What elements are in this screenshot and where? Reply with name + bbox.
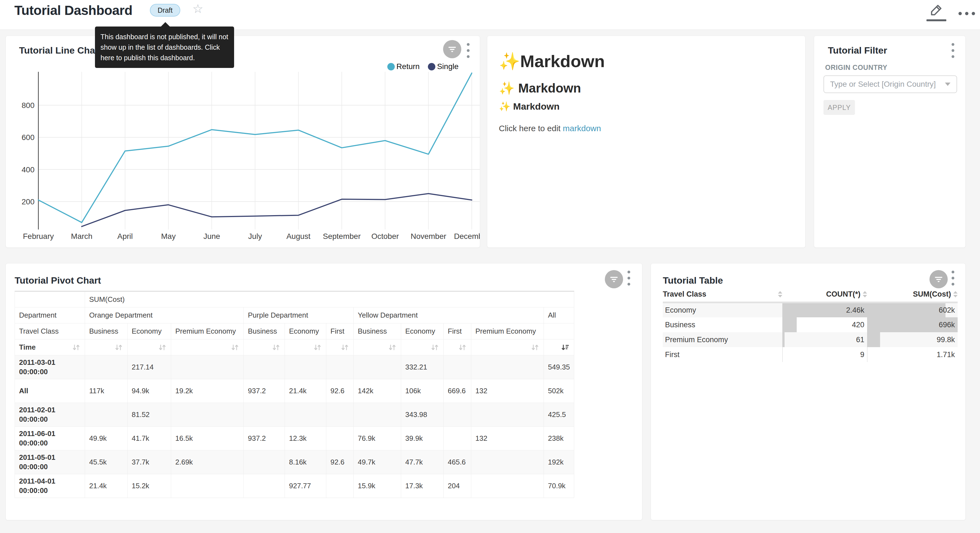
pivot-col-header[interactable]: First — [326, 323, 354, 340]
sort-icon[interactable] — [158, 343, 167, 351]
markdown-link[interactable]: markdown — [563, 124, 601, 133]
pivot-time-header[interactable]: Time — [15, 340, 85, 356]
markdown-card[interactable]: ✨Markdown ✨ Markdown ✨ Markdown Click he… — [487, 36, 805, 248]
pivot-sort-cell[interactable] — [354, 340, 401, 356]
pivot-value-cell[interactable] — [85, 356, 127, 379]
pivot-value-cell[interactable]: 192k — [544, 450, 574, 474]
pivot-col-header[interactable]: Business — [85, 323, 127, 340]
pivot-sort-cell[interactable] — [171, 340, 244, 356]
pivot-value-cell[interactable] — [444, 403, 471, 427]
pivot-value-cell[interactable] — [244, 450, 285, 474]
pivot-value-cell[interactable] — [171, 356, 244, 379]
pivot-cross-filter-icon[interactable] — [605, 270, 623, 288]
pivot-col-header[interactable] — [544, 323, 574, 340]
sort-icon[interactable] — [114, 343, 123, 351]
pivot-value-cell[interactable]: 332.21 — [401, 356, 444, 379]
line-chart[interactable]: 200400600800FebruaryMarchAprilMayJuneJul… — [6, 36, 480, 248]
pivot-value-cell[interactable] — [444, 427, 471, 450]
pivot-value-cell[interactable] — [471, 450, 544, 474]
sort-icon[interactable] — [388, 343, 397, 351]
pivot-sort-cell[interactable] — [244, 340, 285, 356]
col-header-count[interactable]: COUNT(*) — [782, 287, 867, 302]
pivot-value-cell[interactable]: 17.3k — [401, 474, 444, 498]
sort-icon[interactable] — [272, 343, 280, 351]
sort-icon[interactable] — [531, 343, 539, 351]
pivot-value-cell[interactable]: 217.14 — [127, 356, 171, 379]
pivot-value-cell[interactable] — [326, 427, 354, 450]
pivot-value-cell[interactable]: 132 — [471, 379, 544, 403]
pivot-value-cell[interactable]: 106k — [401, 379, 444, 403]
pivot-value-cell[interactable]: 41.7k — [127, 427, 171, 450]
pivot-value-cell[interactable] — [354, 356, 401, 379]
pivot-value-cell[interactable]: 343.98 — [401, 403, 444, 427]
pivot-value-cell[interactable]: 142k — [354, 379, 401, 403]
pivot-col-header[interactable]: Economy — [401, 323, 444, 340]
table-row[interactable]: Economy2.46k602k — [663, 302, 958, 317]
pivot-value-cell[interactable] — [85, 403, 127, 427]
sort-icon[interactable] — [313, 343, 322, 351]
pivot-value-cell[interactable]: 49.9k — [85, 427, 127, 450]
pivot-value-cell[interactable]: 19.2k — [171, 379, 244, 403]
pivot-col-header[interactable]: First — [444, 323, 471, 340]
pivot-value-cell[interactable]: 70.9k — [544, 474, 574, 498]
publish-tooltip[interactable]: This dashboard is not published, it will… — [95, 27, 234, 68]
pivot-value-cell[interactable] — [471, 356, 544, 379]
pivot-col-header[interactable]: Business — [354, 323, 401, 340]
star-icon[interactable]: ☆ — [192, 2, 203, 16]
pivot-value-cell[interactable]: 117k — [85, 379, 127, 403]
pivot-value-cell[interactable] — [471, 403, 544, 427]
table-row[interactable]: First91.71k — [663, 347, 958, 362]
pivot-value-cell[interactable] — [444, 356, 471, 379]
pivot-value-cell[interactable] — [244, 356, 285, 379]
sort-carets-icon[interactable] — [863, 291, 867, 297]
pivot-sort-cell[interactable] — [326, 340, 354, 356]
table-menu-icon[interactable] — [951, 271, 955, 286]
edit-dashboard-button[interactable] — [926, 3, 946, 21]
pivot-value-cell[interactable] — [171, 403, 244, 427]
sort-desc-icon[interactable] — [561, 343, 570, 351]
pivot-value-cell[interactable] — [471, 474, 544, 498]
pivot-value-cell[interactable]: 12.3k — [285, 427, 326, 450]
pivot-value-cell[interactable]: 204 — [444, 474, 471, 498]
sort-icon[interactable] — [430, 343, 439, 351]
pivot-sort-cell[interactable] — [85, 340, 127, 356]
pivot-value-cell[interactable] — [326, 356, 354, 379]
pivot-value-cell[interactable]: 81.52 — [127, 403, 171, 427]
pivot-value-cell[interactable]: 937.2 — [244, 427, 285, 450]
pivot-value-cell[interactable]: 21.4k — [85, 474, 127, 498]
apply-button[interactable]: APPLY — [824, 100, 855, 115]
pivot-sort-cell[interactable] — [285, 340, 326, 356]
pivot-value-cell[interactable] — [171, 474, 244, 498]
sort-icon[interactable] — [458, 343, 467, 351]
pivot-value-cell[interactable]: 549.35 — [544, 356, 574, 379]
pivot-value-cell[interactable]: 927.77 — [285, 474, 326, 498]
col-header-sum-cost[interactable]: SUM(Cost) — [867, 287, 958, 302]
sort-icon[interactable] — [72, 343, 81, 351]
pivot-value-cell[interactable] — [326, 474, 354, 498]
pivot-value-cell[interactable]: 45.5k — [85, 450, 127, 474]
pivot-sort-cell[interactable] — [544, 340, 574, 356]
pivot-value-cell[interactable] — [285, 356, 326, 379]
table-row[interactable]: Premium Economy6199.8k — [663, 332, 958, 347]
status-badge[interactable]: Draft — [150, 4, 180, 17]
more-options-icon[interactable] — [958, 9, 975, 15]
pivot-value-cell[interactable]: 21.4k — [285, 379, 326, 403]
pivot-value-cell[interactable]: 49.7k — [354, 450, 401, 474]
pivot-value-cell[interactable] — [244, 403, 285, 427]
pivot-col-header[interactable]: Premium Economy — [171, 323, 244, 340]
sort-carets-icon[interactable] — [953, 291, 958, 297]
pivot-value-cell[interactable]: 94.9k — [127, 379, 171, 403]
table-row[interactable]: Business420696k — [663, 317, 958, 332]
pivot-value-cell[interactable] — [326, 403, 354, 427]
pivot-value-cell[interactable]: 132 — [471, 427, 544, 450]
pivot-sort-cell[interactable] — [401, 340, 444, 356]
pivot-value-cell[interactable]: 15.2k — [127, 474, 171, 498]
pivot-value-cell[interactable]: 47.7k — [401, 450, 444, 474]
pivot-value-cell[interactable]: 669.6 — [444, 379, 471, 403]
pivot-value-cell[interactable]: 76.9k — [354, 427, 401, 450]
pivot-value-cell[interactable]: 502k — [544, 379, 574, 403]
pivot-value-cell[interactable] — [354, 403, 401, 427]
pivot-sort-cell[interactable] — [127, 340, 171, 356]
series-line-single[interactable] — [82, 193, 472, 227]
table-cross-filter-icon[interactable] — [929, 270, 948, 288]
